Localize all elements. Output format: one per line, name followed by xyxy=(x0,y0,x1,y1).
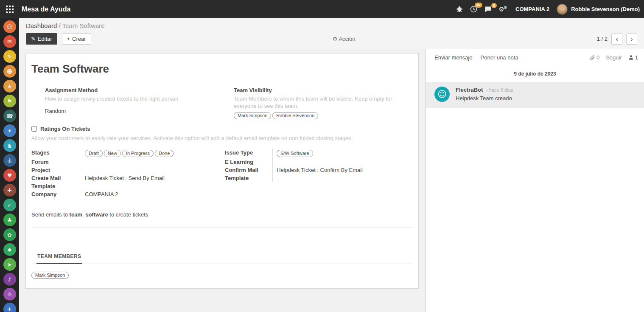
app-icon[interactable]: ✚ xyxy=(3,184,16,197)
pager-next-button[interactable]: › xyxy=(626,34,637,45)
left-field-group: Stages DraftNewIn ProgressDone Forum Pro… xyxy=(31,149,225,198)
attachments-count: 0 xyxy=(596,54,599,61)
record-title: Team Software xyxy=(31,62,413,76)
breadcrumb-separator: / xyxy=(59,22,61,29)
user-name: Robbie Stevenson (Demo) xyxy=(571,6,640,12)
visibility-member-tag[interactable]: Mark Simpson xyxy=(234,112,271,119)
team-visibility-tags: Mark SimpsonRobbie Stevenson xyxy=(234,112,413,121)
notebook-tabbar: TEAM MEMBERS xyxy=(31,251,413,264)
elearning-label: E Learning xyxy=(225,158,272,166)
email-alias: team_software xyxy=(70,211,108,218)
messages-menu[interactable]: 6 xyxy=(484,6,492,13)
send-message-link[interactable]: Enviar mensaje xyxy=(434,54,473,61)
assignment-method-label: Assignment Method xyxy=(45,87,224,93)
chevron-right-icon: › xyxy=(631,35,633,42)
log-note-link[interactable]: Poner una nota xyxy=(481,54,518,61)
control-panel: Dashboard / Team Software ✎ Editar + Cre… xyxy=(19,18,644,49)
stage-tag[interactable]: New xyxy=(104,150,121,157)
app-icon[interactable]: ☼ xyxy=(3,288,16,301)
app-icon[interactable]: ✓ xyxy=(3,199,16,211)
message-time: - hace 3 días xyxy=(486,87,513,93)
ratings-label: Ratings On Tickets xyxy=(40,126,90,132)
app-icon[interactable]: ➤ xyxy=(3,258,16,271)
followers-count: 1 xyxy=(635,54,638,61)
app-icon[interactable]: ♣ xyxy=(3,214,16,226)
debug-bug-icon[interactable] xyxy=(456,6,463,13)
message-author: FlectraBot xyxy=(456,87,483,93)
attachments-button[interactable]: 0 xyxy=(590,54,599,61)
plus-icon: + xyxy=(67,36,70,42)
company-name: COMPANIA 2 xyxy=(515,6,549,12)
pencil-icon: ✎ xyxy=(31,36,36,42)
company-label: Company xyxy=(31,190,85,198)
breadcrumb-dashboard[interactable]: Dashboard xyxy=(26,22,57,29)
team-member-tag[interactable]: Mark Simpson xyxy=(31,272,69,279)
follow-button[interactable]: Seguir xyxy=(606,54,622,61)
create-button[interactable]: + Crear xyxy=(62,33,91,45)
pager-count: 1 / 2 xyxy=(597,36,608,42)
date-separator: 9 de julio de 2023 xyxy=(431,71,639,77)
app-icon[interactable]: ⚑ xyxy=(3,95,16,107)
visibility-member-tag[interactable]: Robbie Stevenson xyxy=(272,112,318,119)
person-icon xyxy=(628,55,634,60)
assignment-method-group: Assignment Method How to assign newly cr… xyxy=(45,87,224,121)
tab-team-members[interactable]: TEAM MEMBERS xyxy=(36,251,82,264)
app-icon[interactable]: ✦ xyxy=(3,124,16,137)
company-menu[interactable]: COMPANIA 2 xyxy=(515,6,549,12)
app-icon[interactable]: ♞ xyxy=(3,139,16,152)
user-menu[interactable]: Robbie Stevenson (Demo) xyxy=(557,4,640,15)
activities-badge: 49 xyxy=(475,3,482,8)
app-icon[interactable]: ⚓ xyxy=(3,154,16,167)
stage-tag[interactable]: Done xyxy=(155,150,174,157)
description-area xyxy=(31,227,413,251)
confirm-mail-template-label: Confirm Mail Template xyxy=(225,166,272,182)
app-icon[interactable]: ☎ xyxy=(3,110,16,122)
app-icon[interactable]: ♥ xyxy=(3,169,16,182)
company-value: COMPANIA 2 xyxy=(85,190,225,198)
team-visibility-help: Team Members to whom this team will be v… xyxy=(234,95,413,110)
pager-previous-button[interactable]: ‹ xyxy=(611,34,622,45)
button-group: ✎ Editar + Crear xyxy=(26,33,91,45)
email-alias-hint: Send emails to team_software to create t… xyxy=(31,211,413,218)
create-mail-template-value: Helpdesk Ticket : Send By Email xyxy=(85,174,225,190)
app-icon[interactable]: ☻ xyxy=(3,65,16,78)
stages-label: Stages xyxy=(31,149,85,158)
app-icon[interactable]: ✈ xyxy=(3,303,16,312)
forum-value xyxy=(85,158,225,166)
project-label: Project xyxy=(31,166,85,174)
settings-gears-icon[interactable]: ⚙⚙ xyxy=(499,6,508,13)
app-icon[interactable]: ✎ xyxy=(3,50,16,63)
chat-bubble-icon xyxy=(484,6,492,13)
activities-menu[interactable]: 49 xyxy=(470,6,477,13)
message-date: 9 de julio de 2023 xyxy=(514,71,556,77)
app-icon[interactable]: ♪ xyxy=(3,273,16,286)
app-icon[interactable]: ☺ xyxy=(3,20,16,33)
ratings-checkbox[interactable] xyxy=(31,126,37,132)
pager: 1 / 2 ‹ › xyxy=(597,34,637,45)
app-icon[interactable]: ✿ xyxy=(3,228,16,241)
app-title: Mesa de Ayuda xyxy=(22,6,70,13)
action-menu[interactable]: ⚙ Acción xyxy=(333,36,356,42)
create-mail-template-label: Create Mail Template xyxy=(31,174,85,190)
edit-button[interactable]: ✎ Editar xyxy=(26,33,57,45)
app-icon[interactable]: ✉ xyxy=(3,35,16,48)
app-icon[interactable]: ♠ xyxy=(3,243,16,256)
assignment-method-help: How to assign newly created tickets to t… xyxy=(45,95,224,102)
apps-grid-icon[interactable] xyxy=(0,0,19,18)
stage-tag[interactable]: In Progress xyxy=(122,150,154,157)
team-visibility-label: Team Visibility xyxy=(234,87,413,93)
issue-type-label: Issue Type xyxy=(225,149,272,158)
message-body: Helpdesk Team creado xyxy=(456,95,513,101)
issue-type-tag[interactable]: S/W-Software xyxy=(277,150,313,157)
assignment-method-value: Random xyxy=(45,108,224,114)
team-visibility-group: Team Visibility Team Members to whom thi… xyxy=(234,87,413,121)
flectrabot-avatar: ☺ xyxy=(434,87,450,102)
stage-tag[interactable]: Draft xyxy=(85,150,103,157)
app-icon[interactable]: ★ xyxy=(3,80,16,93)
messages-badge: 6 xyxy=(491,3,497,8)
user-avatar xyxy=(557,4,568,15)
breadcrumb-current: Team Software xyxy=(62,22,105,29)
form-sheet-area: Team Software Assignment Method How to a… xyxy=(19,49,426,312)
followers-button[interactable]: 1 xyxy=(628,54,638,61)
topbar: Mesa de Ayuda 49 6 ⚙⚙ COMPANIA 2 Robbie … xyxy=(0,0,644,18)
